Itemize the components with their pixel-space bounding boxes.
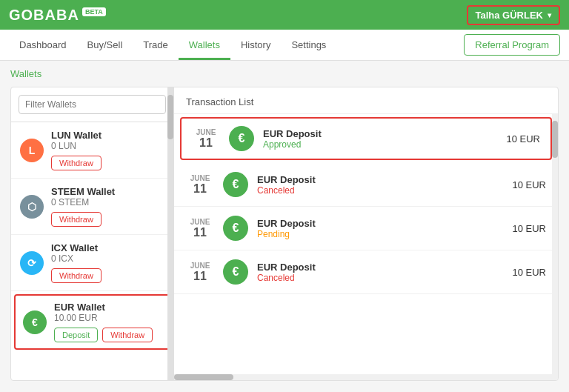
tx-date-4: JUNE 11 [186, 262, 214, 283]
icx-icon: ⟳ [20, 251, 44, 275]
chevron-down-icon: ▾ [548, 11, 551, 19]
tx-status-1: Approved [263, 139, 497, 150]
filter-input-wrap [11, 87, 173, 122]
lun-balance: 0 LUN [51, 141, 164, 151]
tx-date-2: JUNE 11 [186, 174, 214, 196]
wallet-list: L LUN Wallet 0 LUN Withdraw ⬡ STEEM Wall… [11, 122, 173, 380]
tx-amount-2: 10 EUR [512, 179, 546, 190]
tx-info-3: EUR Deposit Pending [257, 218, 503, 239]
beta-badge: BETA [82, 7, 106, 16]
wallet-item-steem[interactable]: ⬡ STEEM Wallet 0 STEEM Withdraw [11, 179, 173, 235]
navigation: Dashboard Buy/Sell Trade Wallets History… [0, 30, 569, 61]
lun-withdraw-button[interactable]: Withdraw [51, 156, 102, 170]
main-content: Wallets L LUN Wallet 0 LUN Withdraw [0, 61, 569, 392]
steem-icon: ⬡ [20, 195, 44, 219]
wallet-item-eur[interactable]: € EUR Wallet 10.00 EUR Deposit Withdraw [14, 294, 170, 350]
nav-item-history[interactable]: History [230, 30, 281, 60]
sidebar-scrollbar[interactable] [167, 87, 173, 380]
vertical-scrollbar-thumb [552, 121, 558, 158]
referral-program-button[interactable]: Referral Program [464, 34, 560, 56]
breadcrumb: Wallets [10, 68, 559, 79]
lun-info: LUN Wallet 0 LUN Withdraw [51, 130, 164, 170]
logo-text: GOBABA [9, 7, 79, 24]
tx-icon-2: € [223, 172, 248, 197]
lun-name: LUN Wallet [51, 130, 164, 141]
tx-info-2: EUR Deposit Canceled [257, 174, 503, 196]
horizontal-scrollbar-thumb [174, 374, 233, 380]
tx-day-2: 11 [186, 182, 214, 196]
transaction-item-2[interactable]: JUNE 11 € EUR Deposit Canceled 10 EUR [174, 163, 558, 207]
eur-name: EUR Wallet [54, 302, 162, 313]
tx-status-3: Pending [257, 229, 503, 239]
tx-icon-1: € [229, 126, 254, 151]
eur-balance: 10.00 EUR [54, 313, 162, 323]
wallet-sidebar: L LUN Wallet 0 LUN Withdraw ⬡ STEEM Wall… [11, 87, 174, 380]
nav-item-trade[interactable]: Trade [133, 30, 178, 60]
wallet-item-lun[interactable]: L LUN Wallet 0 LUN Withdraw [11, 122, 173, 179]
user-name: Talha GÜRLEK [476, 10, 544, 21]
sidebar-scrollbar-thumb [167, 95, 173, 139]
lun-icon: L [20, 139, 44, 162]
steem-info: STEEM Wallet 0 STEEM Withdraw [51, 186, 164, 227]
transaction-panel: Transaction List JUNE 11 € EUR Deposit A… [174, 87, 558, 380]
logo-area: GOBABA BETA [9, 7, 106, 24]
tx-name-3: EUR Deposit [257, 218, 503, 229]
horizontal-scrollbar[interactable] [174, 374, 558, 380]
transaction-list-title: Transaction List [174, 87, 558, 114]
tx-amount-4: 10 EUR [512, 267, 546, 278]
tx-month-2: JUNE [186, 174, 214, 182]
icx-name: ICX Wallet [51, 242, 164, 253]
transaction-list: JUNE 11 € EUR Deposit Approved 10 EUR JU… [174, 114, 558, 374]
tx-name-1: EUR Deposit [263, 128, 497, 139]
steem-withdraw-button[interactable]: Withdraw [51, 212, 102, 227]
eur-withdraw-button[interactable]: Withdraw [102, 328, 153, 342]
nav-links: Dashboard Buy/Sell Trade Wallets History… [9, 30, 336, 60]
steem-actions: Withdraw [51, 212, 164, 227]
filter-wallets-input[interactable] [19, 95, 166, 114]
transaction-item-3[interactable]: JUNE 11 € EUR Deposit Pending 10 EUR [174, 207, 558, 250]
steem-name: STEEM Wallet [51, 186, 164, 197]
tx-icon-4: € [223, 259, 248, 285]
tx-amount-3: 10 EUR [512, 223, 546, 234]
tx-amount-1: 10 EUR [506, 133, 540, 144]
tx-month-1: JUNE [192, 128, 220, 136]
wallet-item-icx[interactable]: ⟳ ICX Wallet 0 ICX Withdraw [11, 235, 173, 291]
icx-actions: Withdraw [51, 268, 164, 283]
tx-date-1: JUNE 11 [192, 128, 220, 150]
nav-item-buysell[interactable]: Buy/Sell [77, 30, 133, 60]
tx-icon-3: € [223, 216, 248, 241]
nav-item-settings[interactable]: Settings [281, 30, 336, 60]
tx-day-1: 11 [192, 136, 220, 150]
tx-day-3: 11 [186, 226, 214, 239]
header: GOBABA BETA Talha GÜRLEK ▾ [0, 0, 569, 30]
steem-balance: 0 STEEM [51, 197, 164, 207]
tx-month-3: JUNE [186, 218, 214, 226]
tx-day-4: 11 [186, 270, 214, 283]
tx-name-2: EUR Deposit [257, 174, 503, 185]
eur-deposit-button[interactable]: Deposit [54, 328, 98, 342]
icx-balance: 0 ICX [51, 253, 164, 264]
tx-info-1: EUR Deposit Approved [263, 128, 497, 150]
tx-status-4: Canceled [257, 273, 503, 283]
tx-date-3: JUNE 11 [186, 218, 214, 239]
tx-info-4: EUR Deposit Canceled [257, 262, 503, 283]
eur-icon: € [23, 310, 47, 334]
transaction-item-4[interactable]: JUNE 11 € EUR Deposit Canceled 10 EUR [174, 250, 558, 294]
user-menu-button[interactable]: Talha GÜRLEK ▾ [467, 5, 561, 25]
vertical-scrollbar[interactable] [552, 113, 558, 374]
icx-withdraw-button[interactable]: Withdraw [51, 268, 102, 283]
content-card: L LUN Wallet 0 LUN Withdraw ⬡ STEEM Wall… [10, 87, 559, 381]
nav-item-wallets[interactable]: Wallets [179, 30, 230, 60]
eur-actions: Deposit Withdraw [54, 328, 162, 342]
eur-info: EUR Wallet 10.00 EUR Deposit Withdraw [54, 302, 162, 342]
tx-month-4: JUNE [186, 262, 214, 270]
icx-info: ICX Wallet 0 ICX Withdraw [51, 242, 164, 283]
lun-actions: Withdraw [51, 156, 164, 170]
nav-item-dashboard[interactable]: Dashboard [9, 30, 77, 60]
tx-status-2: Canceled [257, 185, 503, 196]
tx-name-4: EUR Deposit [257, 262, 503, 273]
transaction-item-1[interactable]: JUNE 11 € EUR Deposit Approved 10 EUR [180, 117, 552, 160]
